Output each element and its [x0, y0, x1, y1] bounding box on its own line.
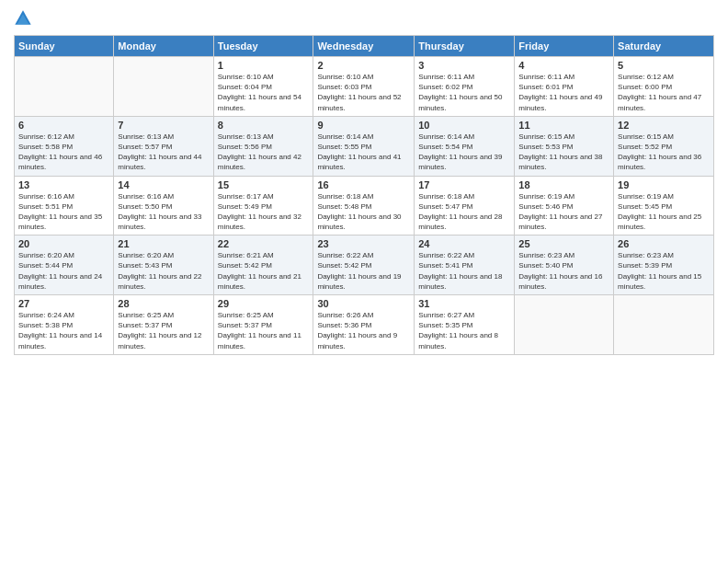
weekday-header-row: SundayMondayTuesdayWednesdayThursdayFrid…: [15, 36, 714, 57]
day-info: Sunrise: 6:13 AM Sunset: 5:56 PM Dayligh…: [218, 132, 310, 173]
calendar-day-cell: [614, 295, 714, 355]
logo: [14, 9, 36, 28]
day-number: 13: [18, 179, 109, 190]
calendar-day-cell: 23Sunrise: 6:22 AM Sunset: 5:42 PM Dayli…: [313, 236, 415, 295]
calendar-day-cell: 4Sunrise: 6:11 AM Sunset: 6:01 PM Daylig…: [515, 57, 614, 117]
calendar-day-cell: 9Sunrise: 6:14 AM Sunset: 5:55 PM Daylig…: [313, 116, 415, 176]
day-info: Sunrise: 6:11 AM Sunset: 6:02 PM Dayligh…: [418, 72, 510, 113]
calendar-week-row: 20Sunrise: 6:20 AM Sunset: 5:44 PM Dayli…: [15, 236, 714, 295]
day-number: 12: [618, 120, 710, 131]
day-info: Sunrise: 6:25 AM Sunset: 5:37 PM Dayligh…: [218, 310, 310, 351]
day-info: Sunrise: 6:22 AM Sunset: 5:41 PM Dayligh…: [418, 250, 510, 292]
day-info: Sunrise: 6:20 AM Sunset: 5:43 PM Dayligh…: [118, 250, 209, 292]
day-number: 22: [218, 238, 310, 249]
day-number: 5: [618, 60, 710, 71]
calendar-week-row: 13Sunrise: 6:16 AM Sunset: 5:51 PM Dayli…: [15, 176, 714, 236]
day-number: 11: [518, 120, 609, 131]
day-info: Sunrise: 6:27 AM Sunset: 5:35 PM Dayligh…: [418, 310, 510, 351]
calendar-day-cell: 31Sunrise: 6:27 AM Sunset: 5:35 PM Dayli…: [415, 295, 515, 355]
day-number: 19: [618, 179, 710, 190]
day-number: 14: [118, 179, 209, 190]
day-number: 26: [618, 238, 710, 249]
weekday-header-friday: Friday: [515, 36, 614, 57]
calendar-day-cell: 29Sunrise: 6:25 AM Sunset: 5:37 PM Dayli…: [213, 295, 313, 355]
day-info: Sunrise: 6:12 AM Sunset: 5:58 PM Dayligh…: [18, 132, 109, 173]
calendar-day-cell: 16Sunrise: 6:18 AM Sunset: 5:48 PM Dayli…: [313, 176, 415, 236]
day-number: 30: [317, 298, 410, 309]
day-number: 27: [18, 298, 109, 309]
calendar-day-cell: 8Sunrise: 6:13 AM Sunset: 5:56 PM Daylig…: [213, 116, 313, 176]
calendar-day-cell: 14Sunrise: 6:16 AM Sunset: 5:50 PM Dayli…: [114, 176, 213, 236]
calendar-day-cell: [114, 57, 213, 117]
day-info: Sunrise: 6:10 AM Sunset: 6:04 PM Dayligh…: [218, 72, 310, 113]
day-info: Sunrise: 6:19 AM Sunset: 5:45 PM Dayligh…: [618, 191, 710, 233]
day-number: 25: [518, 238, 609, 249]
day-info: Sunrise: 6:14 AM Sunset: 5:54 PM Dayligh…: [418, 132, 510, 173]
calendar-day-cell: 11Sunrise: 6:15 AM Sunset: 5:53 PM Dayli…: [515, 116, 614, 176]
weekday-header-thursday: Thursday: [415, 36, 515, 57]
calendar-week-row: 6Sunrise: 6:12 AM Sunset: 5:58 PM Daylig…: [15, 116, 714, 176]
calendar-table: SundayMondayTuesdayWednesdayThursdayFrid…: [14, 35, 714, 355]
weekday-header-wednesday: Wednesday: [313, 36, 415, 57]
day-number: 18: [518, 179, 609, 190]
day-number: 10: [418, 120, 510, 131]
day-info: Sunrise: 6:26 AM Sunset: 5:36 PM Dayligh…: [317, 310, 410, 351]
day-number: 31: [418, 298, 510, 309]
day-info: Sunrise: 6:20 AM Sunset: 5:44 PM Dayligh…: [18, 250, 109, 292]
calendar-day-cell: 19Sunrise: 6:19 AM Sunset: 5:45 PM Dayli…: [614, 176, 714, 236]
day-number: 21: [118, 238, 209, 249]
day-number: 15: [218, 179, 310, 190]
day-info: Sunrise: 6:24 AM Sunset: 5:38 PM Dayligh…: [18, 310, 109, 351]
day-info: Sunrise: 6:11 AM Sunset: 6:01 PM Dayligh…: [518, 72, 609, 113]
calendar-day-cell: 15Sunrise: 6:17 AM Sunset: 5:49 PM Dayli…: [213, 176, 313, 236]
day-number: 29: [218, 298, 310, 309]
calendar-day-cell: 17Sunrise: 6:18 AM Sunset: 5:47 PM Dayli…: [415, 176, 515, 236]
calendar-day-cell: 2Sunrise: 6:10 AM Sunset: 6:03 PM Daylig…: [313, 57, 415, 117]
day-info: Sunrise: 6:23 AM Sunset: 5:39 PM Dayligh…: [618, 250, 710, 292]
calendar-day-cell: 27Sunrise: 6:24 AM Sunset: 5:38 PM Dayli…: [15, 295, 114, 355]
calendar-day-cell: 5Sunrise: 6:12 AM Sunset: 6:00 PM Daylig…: [614, 57, 714, 117]
calendar-day-cell: 10Sunrise: 6:14 AM Sunset: 5:54 PM Dayli…: [415, 116, 515, 176]
header: [14, 9, 714, 28]
day-info: Sunrise: 6:18 AM Sunset: 5:48 PM Dayligh…: [317, 191, 410, 233]
day-number: 23: [317, 238, 410, 249]
day-number: 16: [317, 179, 410, 190]
day-number: 9: [317, 120, 410, 131]
day-info: Sunrise: 6:23 AM Sunset: 5:40 PM Dayligh…: [518, 250, 609, 292]
day-info: Sunrise: 6:21 AM Sunset: 5:42 PM Dayligh…: [218, 250, 310, 292]
day-info: Sunrise: 6:18 AM Sunset: 5:47 PM Dayligh…: [418, 191, 510, 233]
weekday-header-saturday: Saturday: [614, 36, 714, 57]
calendar-week-row: 27Sunrise: 6:24 AM Sunset: 5:38 PM Dayli…: [15, 295, 714, 355]
day-number: 4: [518, 60, 609, 71]
page: SundayMondayTuesdayWednesdayThursdayFrid…: [0, 0, 728, 563]
calendar-day-cell: 21Sunrise: 6:20 AM Sunset: 5:43 PM Dayli…: [114, 236, 213, 295]
day-info: Sunrise: 6:10 AM Sunset: 6:03 PM Dayligh…: [317, 72, 410, 113]
calendar-day-cell: [15, 57, 114, 117]
calendar-day-cell: 30Sunrise: 6:26 AM Sunset: 5:36 PM Dayli…: [313, 295, 415, 355]
day-info: Sunrise: 6:22 AM Sunset: 5:42 PM Dayligh…: [317, 250, 410, 292]
calendar-day-cell: 28Sunrise: 6:25 AM Sunset: 5:37 PM Dayli…: [114, 295, 213, 355]
day-number: 3: [418, 60, 510, 71]
day-info: Sunrise: 6:25 AM Sunset: 5:37 PM Dayligh…: [118, 310, 209, 351]
day-number: 20: [18, 238, 109, 249]
calendar-day-cell: 24Sunrise: 6:22 AM Sunset: 5:41 PM Dayli…: [415, 236, 515, 295]
day-info: Sunrise: 6:15 AM Sunset: 5:53 PM Dayligh…: [518, 132, 609, 173]
day-number: 28: [118, 298, 209, 309]
day-info: Sunrise: 6:16 AM Sunset: 5:50 PM Dayligh…: [118, 191, 209, 233]
calendar-day-cell: [515, 295, 614, 355]
calendar-day-cell: 1Sunrise: 6:10 AM Sunset: 6:04 PM Daylig…: [213, 57, 313, 117]
calendar-day-cell: 25Sunrise: 6:23 AM Sunset: 5:40 PM Dayli…: [515, 236, 614, 295]
day-number: 17: [418, 179, 510, 190]
day-number: 7: [118, 120, 209, 131]
day-info: Sunrise: 6:17 AM Sunset: 5:49 PM Dayligh…: [218, 191, 310, 233]
calendar-day-cell: 20Sunrise: 6:20 AM Sunset: 5:44 PM Dayli…: [15, 236, 114, 295]
day-info: Sunrise: 6:13 AM Sunset: 5:57 PM Dayligh…: [118, 132, 209, 173]
calendar-day-cell: 12Sunrise: 6:15 AM Sunset: 5:52 PM Dayli…: [614, 116, 714, 176]
day-number: 2: [317, 60, 410, 71]
day-info: Sunrise: 6:14 AM Sunset: 5:55 PM Dayligh…: [317, 132, 410, 173]
calendar-week-row: 1Sunrise: 6:10 AM Sunset: 6:04 PM Daylig…: [15, 57, 714, 117]
logo-icon: [14, 9, 32, 28]
weekday-header-tuesday: Tuesday: [213, 36, 313, 57]
weekday-header-sunday: Sunday: [15, 36, 114, 57]
calendar-day-cell: 22Sunrise: 6:21 AM Sunset: 5:42 PM Dayli…: [213, 236, 313, 295]
